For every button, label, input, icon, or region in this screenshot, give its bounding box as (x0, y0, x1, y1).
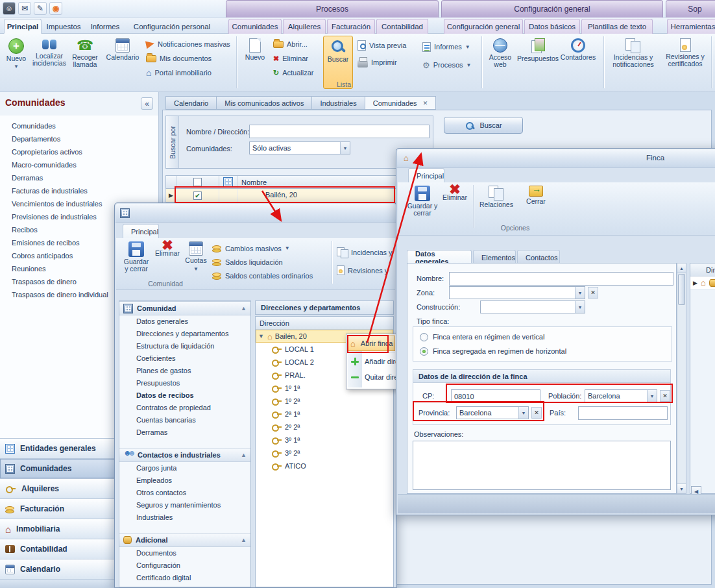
cambios-masivos-button[interactable]: Cambios masivos ▼ (212, 242, 290, 254)
actualizar-button[interactable]: ↻ Actualizar (271, 66, 323, 79)
collapse-caret-icon[interactable]: ▼ (258, 333, 265, 339)
nav-industriales[interactable]: Industriales (119, 511, 250, 524)
chevron-up-icon[interactable]: ▲ (241, 452, 247, 458)
nav-datos-generales[interactable]: Datos generales (119, 315, 250, 328)
cerrar-button[interactable]: Cerrar (521, 184, 551, 205)
compose-icon[interactable]: ✎ (34, 2, 47, 15)
saldos-contables-button[interactable]: Saldos contables ordinarios (212, 269, 313, 282)
tree-item-1-2[interactable]: 1º 2ª (256, 395, 393, 408)
ribbon-tab-plantillas-de-texto[interactable]: Plantillas de texto (581, 19, 653, 34)
nav-certificado-digital[interactable]: Certificado digital (119, 572, 250, 584)
tree-item-3-1[interactable]: 3º 1ª (256, 434, 393, 447)
dropdown-caret-icon[interactable]: ▼ (647, 390, 657, 402)
recoger-llamada-button[interactable]: ☎ Recoger llamada (69, 36, 101, 89)
ribbon-tab-principal[interactable]: Principal (4, 19, 42, 34)
finca-eliminar-button[interactable]: ✖ Eliminar (441, 184, 469, 201)
radio-finca-horizontal[interactable] (420, 347, 428, 356)
chevron-up-icon[interactable]: ▲ (241, 305, 247, 312)
feed-icon[interactable]: ◉ (49, 2, 62, 15)
side-panel-header[interactable]: Direcc (690, 263, 715, 276)
imprimir-button[interactable]: Imprimir (356, 56, 411, 69)
comunidades-filter-select[interactable]: Sólo activas ▼ (249, 141, 350, 154)
procesos-button[interactable]: ⚙ Procesos ▼ (420, 58, 475, 71)
eliminar-button[interactable]: ✖ Eliminar (271, 52, 321, 65)
ribbon-tab-impuestos[interactable]: Impuestos (43, 19, 84, 34)
revisiones-button[interactable]: Revisiones y (337, 264, 396, 276)
nav-planes-de-gastos[interactable]: Planes de gastos (119, 365, 250, 377)
sidebar-item-copropietarios-activos[interactable]: Copropietarios activos (0, 145, 158, 158)
nuevo-lista-button[interactable]: Nuevo (241, 36, 269, 89)
doc-tab-industriales[interactable]: Industriales (311, 96, 364, 110)
provincia-select[interactable]: Barcelona ▼ (456, 406, 529, 419)
nav-coeficientes[interactable]: Coeficientes (119, 352, 250, 365)
chevron-up-icon[interactable]: ▲ (241, 537, 247, 543)
poblacion-clear-button[interactable]: ✕ (660, 390, 670, 402)
search-submit-button[interactable]: Buscar (444, 117, 523, 134)
menu-item-quitar-direccion[interactable]: Quitar direcció (348, 369, 395, 385)
doc-tab-comunidades[interactable]: Comunidades ✕ (365, 96, 436, 110)
scrollbar-thumb[interactable] (678, 274, 685, 305)
doc-tab-calendario[interactable]: Calendario (165, 96, 216, 110)
acceso-web-button[interactable]: Acceso web (485, 36, 515, 89)
incidencias-button[interactable]: Incidencias y (337, 246, 396, 258)
ribbon-tab-configuracion-personal[interactable]: Configuración personal (126, 19, 218, 34)
nav-contratos-de-propiedad[interactable]: Contratos de propiedad (119, 402, 250, 414)
sidebar-item-comunidades[interactable]: Comunidades (0, 119, 158, 132)
finca-tab-principal[interactable]: Principal (408, 168, 444, 182)
cuotas-button[interactable]: Cuotas ▼ (182, 239, 210, 273)
ribbon-tab-informes[interactable]: Informes (86, 19, 125, 34)
side-panel-row[interactable]: ▶ ⌂ (690, 276, 715, 289)
nav-estructura-de-liquidacion[interactable]: Estructura de liquidación (119, 340, 250, 352)
ribbon-tab-datos-basicos[interactable]: Datos básicos (524, 19, 580, 34)
nombre-input[interactable] (449, 272, 673, 286)
sidebar-item-macro-comunidades[interactable]: Macro-comunidades (0, 158, 158, 171)
nav-presupuestos[interactable]: Presupuestos (119, 377, 250, 389)
finca-guardar-y-cerrar-button[interactable]: Guardar y cerrar (407, 184, 438, 217)
abrir-button[interactable]: Abrir... (271, 38, 321, 51)
ribbon-tab-facturacion[interactable]: Facturación (327, 19, 375, 34)
nuevo-button[interactable]: + Nuevo ▼ (3, 36, 30, 89)
finca-tab-contactos[interactable]: Contactos (517, 250, 560, 264)
ribbon-tab-configuracion-general[interactable]: Configuración general (444, 19, 523, 34)
ribbon-tab-comunidades[interactable]: Comunidades (228, 19, 282, 34)
menu-item-anadir-direccion[interactable]: Añadir direcció (348, 354, 395, 369)
revisiones-certificados-button[interactable]: Revisiones y certificados (662, 36, 709, 89)
section-contactos-e-industriales[interactable]: Contactos e industriales ▲ (119, 448, 250, 462)
nav-seguros-y-mantenimientos[interactable]: Seguros y mantenimientos (119, 499, 250, 511)
saldos-liquidacion-button[interactable]: Saldos liquidación (212, 256, 283, 268)
comunidad-dialog-titlebar[interactable] (115, 204, 396, 223)
zona-clear-button[interactable]: ✕ (588, 287, 598, 299)
informes-button[interactable]: Informes ▼ (420, 40, 475, 53)
section-adicional[interactable]: Adicional ▲ (119, 533, 250, 547)
dropdown-caret-icon[interactable]: ▼ (575, 287, 585, 299)
nav-empleados[interactable]: Empleados (119, 474, 250, 487)
section-comunidad[interactable]: Comunidad ▲ (119, 301, 250, 315)
relaciones-button[interactable]: Relaciones (478, 184, 515, 208)
nav-otros-contactos[interactable]: Otros contactos (119, 487, 250, 499)
mail-icon[interactable]: ✉ (18, 2, 31, 15)
finca-tab-elementos[interactable]: Elementos (473, 250, 516, 264)
nav-cuentas-bancarias[interactable]: Cuentas bancarias (119, 414, 250, 426)
portal-inmobiliario-button[interactable]: ⌂ Portal inmobiliario (144, 66, 232, 79)
tree-column-header[interactable]: Dirección (256, 317, 393, 330)
provincia-clear-button[interactable]: ✕ (531, 407, 542, 419)
tree-item-2-1[interactable]: 2ª 1ª (256, 408, 393, 421)
eliminar-comunidad-button[interactable]: ✖ Eliminar (154, 239, 181, 257)
scroll-up-icon[interactable]: ▲ (677, 263, 686, 273)
nav-documentos[interactable]: Documentos (119, 547, 250, 559)
sidebar-collapse-button[interactable]: « (141, 97, 153, 110)
ribbon-tab-herramientas[interactable]: Herramientas (667, 19, 715, 34)
checkbox-column-header[interactable] (176, 176, 219, 188)
construccion-select[interactable]: ▼ (480, 300, 585, 313)
guardar-y-cerrar-button[interactable]: Guardar y cerrar (121, 239, 151, 273)
finca-tab-datos-generales[interactable]: Datos generales (407, 250, 472, 264)
zona-select[interactable]: ▼ (449, 286, 585, 299)
sidebar-item-facturas-de-industriales[interactable]: Facturas de industriales (0, 184, 158, 197)
vista-previa-button[interactable]: Vista previa (356, 39, 411, 52)
calendario-button[interactable]: Calendario (104, 36, 141, 89)
nombre-direccion-input[interactable] (249, 125, 430, 138)
nav-derramas[interactable]: Derramas (119, 426, 250, 439)
sidebar-item-departamentos[interactable]: Departamentos (0, 132, 158, 145)
finca-dialog-titlebar[interactable]: ⌂ Finca (397, 149, 715, 168)
nav-configuracion[interactable]: Configuración (119, 559, 250, 572)
